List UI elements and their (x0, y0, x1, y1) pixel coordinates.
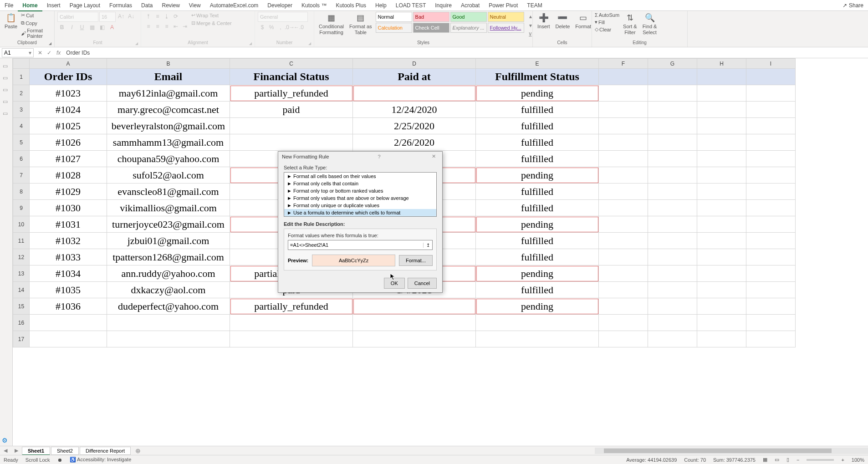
settings-gear-icon[interactable]: ⚙ (2, 437, 8, 444)
align-middle-icon[interactable]: ≡ (153, 12, 162, 21)
cell[interactable] (648, 315, 697, 331)
cell[interactable] (746, 315, 796, 331)
cell[interactable]: #1025 (30, 118, 107, 134)
increase-decimal-icon[interactable]: .0→ (285, 23, 294, 32)
style-check-cell[interactable]: Check Cell (413, 23, 449, 33)
cell[interactable]: fulfilled (476, 118, 599, 134)
row-header[interactable]: 5 (13, 134, 30, 151)
row-header[interactable]: 3 (13, 102, 30, 118)
name-box[interactable]: A1▾ (2, 48, 34, 57)
cell[interactable]: 12/24/2020 (353, 102, 476, 118)
enter-formula-icon[interactable]: ✓ (45, 48, 54, 57)
cell[interactable] (648, 118, 697, 134)
tab-review[interactable]: Review (157, 0, 184, 10)
delete-cells-button[interactable]: ➖Delete (554, 12, 572, 31)
dialog-launcher-icon[interactable]: ◢ (249, 41, 254, 46)
view-page-break-icon[interactable]: ▯ (786, 457, 789, 463)
cell[interactable]: dudeperfect@yahoo.com (107, 298, 230, 315)
format-painter-button[interactable]: 🖌Format Painter (21, 27, 51, 39)
fill-color-button[interactable]: ◧ (97, 23, 107, 32)
cell[interactable] (746, 151, 796, 167)
column-header[interactable]: C (230, 59, 353, 69)
cell[interactable] (697, 118, 746, 134)
range-selector-icon[interactable]: ↥ (423, 243, 432, 248)
cell[interactable] (746, 167, 796, 184)
cell[interactable]: sammhamm13@gmail.com (107, 134, 230, 151)
autosum-button[interactable]: ΣAutoSum (595, 12, 619, 18)
cell[interactable] (697, 151, 746, 167)
header-cell[interactable] (697, 69, 746, 85)
cell[interactable]: #1030 (30, 200, 107, 216)
formula-input[interactable] (288, 242, 423, 248)
tab-load-test[interactable]: LOAD TEST (391, 0, 430, 10)
horizontal-scrollbar[interactable] (595, 448, 868, 454)
zoom-out-icon[interactable]: − (797, 457, 799, 463)
cell[interactable] (599, 216, 648, 233)
font-name-dropdown[interactable]: Calibri (57, 12, 98, 22)
cell[interactable] (746, 298, 796, 315)
zoom-in-icon[interactable]: + (841, 457, 844, 463)
tab-page-layout[interactable]: Page Layout (65, 0, 105, 10)
cut-button[interactable]: ✂Cut (21, 12, 51, 19)
row-header[interactable]: 7 (13, 167, 30, 184)
bold-button[interactable]: B (57, 23, 66, 32)
currency-icon[interactable]: $ (258, 23, 267, 32)
sheet-tab[interactable]: Difference Report (80, 447, 131, 455)
cell[interactable]: pending (476, 85, 599, 102)
cell[interactable] (648, 167, 697, 184)
cell[interactable]: paid (230, 102, 353, 118)
cell[interactable]: #1029 (30, 184, 107, 200)
cell[interactable]: fulfilled (476, 233, 599, 249)
tab-view[interactable]: View (184, 0, 205, 10)
view-page-layout-icon[interactable]: ▭ (775, 457, 779, 463)
column-header[interactable]: A (30, 59, 107, 69)
cell[interactable]: #1031 (30, 216, 107, 233)
cell[interactable] (697, 85, 746, 102)
dialog-titlebar[interactable]: New Formatting Rule ? ✕ (278, 152, 442, 161)
indent-decrease-icon[interactable]: ⇤ (171, 22, 180, 31)
rule-type-item[interactable]: ► Format only cells that contain (284, 180, 436, 187)
header-cell[interactable] (746, 69, 796, 85)
cell[interactable] (230, 118, 353, 134)
cell[interactable]: sufol52@aol.com (107, 167, 230, 184)
row-header[interactable]: 16 (13, 315, 30, 331)
tab-data[interactable]: Data (137, 0, 157, 10)
fx-icon[interactable]: fx (54, 50, 63, 56)
cell[interactable] (746, 233, 796, 249)
cell[interactable]: 2/26/2020 (353, 134, 476, 151)
cell[interactable] (648, 216, 697, 233)
sheet-tab[interactable]: Sheet2 (51, 447, 79, 455)
cell[interactable] (30, 315, 107, 331)
header-cell[interactable]: Paid at (353, 69, 476, 85)
cell[interactable] (648, 184, 697, 200)
style-normal[interactable]: Normal (376, 12, 412, 22)
cell[interactable]: #1024 (30, 102, 107, 118)
row-header[interactable]: 11 (13, 233, 30, 249)
header-cell[interactable]: Financial Status (230, 69, 353, 85)
cell[interactable] (476, 315, 599, 331)
cell[interactable]: #1026 (30, 134, 107, 151)
fill-button[interactable]: ▾Fill (595, 19, 619, 25)
cell[interactable]: #1027 (30, 151, 107, 167)
cell[interactable] (353, 298, 476, 315)
cell[interactable] (230, 331, 353, 347)
cell[interactable] (648, 151, 697, 167)
cell[interactable] (697, 282, 746, 298)
cell[interactable] (599, 200, 648, 216)
cell[interactable] (230, 134, 353, 151)
cell[interactable] (599, 151, 648, 167)
cell[interactable] (648, 134, 697, 151)
cell[interactable] (353, 331, 476, 347)
cell[interactable] (599, 265, 648, 282)
rule-type-item[interactable]: ► Use a formula to determine which cells… (284, 209, 436, 216)
cell[interactable]: pending (476, 265, 599, 282)
sidebar-icon[interactable]: ▭ (3, 63, 10, 70)
cell[interactable]: pending (476, 216, 599, 233)
style-calculation[interactable]: Calculation (376, 23, 412, 33)
rule-type-list[interactable]: ► Format all cells based on their values… (284, 172, 437, 217)
cell[interactable] (746, 184, 796, 200)
cell[interactable]: #1034 (30, 265, 107, 282)
cell[interactable]: fulfilled (476, 184, 599, 200)
cell[interactable]: tpatterson1268@gmail.com (107, 249, 230, 265)
sort-filter-button[interactable]: ⇅Sort & Filter (621, 12, 639, 36)
